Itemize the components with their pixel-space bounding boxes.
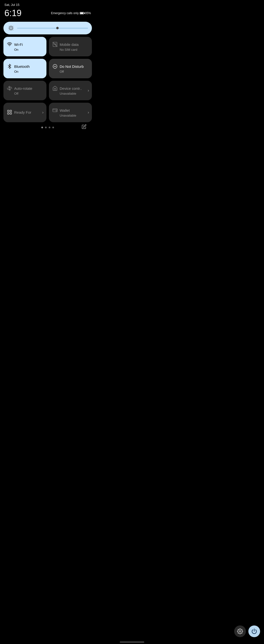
svg-point-9 (9, 46, 10, 46)
svg-point-0 (10, 27, 12, 29)
device-controls-chevron: › (88, 88, 89, 93)
wifi-icon (7, 42, 12, 47)
wallet-tile[interactable]: Wallet Unavailable › (49, 103, 92, 122)
svg-line-5 (9, 26, 10, 26)
ready-for-chevron: › (42, 110, 44, 115)
wallet-subtitle: Unavailable (60, 114, 88, 117)
auto-rotate-icon (7, 86, 12, 91)
svg-line-8 (9, 30, 10, 30)
ready-for-tile[interactable]: Ready For › (4, 103, 46, 122)
mobile-data-tile[interactable]: Mobile data No SIM card (49, 37, 92, 56)
page-dots (4, 122, 92, 131)
dnd-subtitle: Off (60, 70, 88, 74)
mobile-data-icon (52, 42, 58, 47)
dnd-title: Do Not Disturb (60, 64, 84, 68)
svg-rect-17 (8, 110, 9, 112)
status-right: Emergency calls only 85% (51, 12, 91, 15)
wifi-subtitle: On (14, 48, 43, 52)
bluetooth-icon (7, 64, 12, 69)
bluetooth-subtitle: On (14, 70, 43, 74)
status-bar: Sat, Jul 15 6:19 Emergency calls only 85… (0, 0, 95, 19)
brightness-icon (7, 24, 15, 32)
wallet-chevron: › (88, 110, 89, 115)
dnd-icon (52, 64, 58, 69)
dnd-tile[interactable]: Do Not Disturb Off (49, 59, 92, 78)
wallet-title: Wallet (60, 108, 70, 112)
wifi-tile[interactable]: Wi-Fi On (4, 37, 46, 56)
device-controls-tile[interactable]: Device contr.. Unavailable › (49, 81, 92, 100)
auto-rotate-subtitle: Off (14, 92, 43, 96)
dot-1[interactable] (41, 126, 43, 128)
device-controls-subtitle: Unavailable (60, 92, 88, 96)
svg-rect-23 (56, 110, 57, 111)
mobile-data-subtitle: No SIM card (60, 48, 88, 52)
mobile-data-title: Mobile data (60, 42, 79, 46)
brightness-track[interactable] (17, 28, 88, 28)
battery-percent: 85% (85, 12, 91, 15)
auto-rotate-title: Auto-rotate (14, 86, 32, 90)
ready-for-title: Ready For (14, 110, 31, 114)
bluetooth-title: Bluetooth (14, 64, 30, 68)
svg-line-7 (13, 26, 13, 26)
svg-rect-20 (10, 113, 12, 114)
brightness-thumb (56, 27, 59, 29)
auto-rotate-tile[interactable]: Auto-rotate Off (4, 81, 46, 100)
battery-icon (80, 12, 84, 14)
dot-4[interactable] (52, 126, 54, 128)
svg-rect-19 (8, 113, 9, 114)
device-controls-title: Device contr.. (60, 86, 82, 90)
svg-line-14 (53, 42, 57, 46)
quick-settings-panel: Wi-Fi On Mobile data No SIM card (0, 19, 95, 131)
dot-3[interactable] (49, 126, 50, 128)
bluetooth-tile[interactable]: Bluetooth On (4, 59, 46, 78)
edit-button[interactable] (81, 123, 87, 130)
dot-2[interactable] (45, 126, 47, 128)
device-controls-icon (52, 86, 58, 91)
ready-for-icon (7, 110, 12, 115)
svg-line-6 (13, 30, 13, 30)
tiles-grid: Wi-Fi On Mobile data No SIM card (4, 37, 92, 122)
time: 6:19 (5, 8, 22, 18)
wifi-title: Wi-Fi (14, 42, 23, 46)
emergency-text: Emergency calls only (51, 12, 79, 15)
svg-rect-18 (10, 110, 12, 112)
svg-rect-21 (53, 109, 57, 112)
brightness-slider[interactable] (4, 22, 92, 34)
wallet-icon (52, 108, 58, 113)
date: Sat, Jul 15 (5, 3, 91, 6)
